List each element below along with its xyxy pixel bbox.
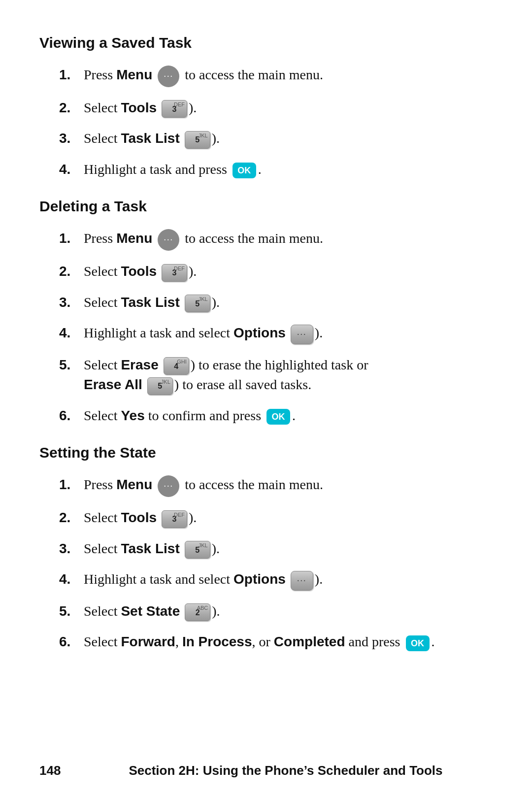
section-setting: Setting the State 1. Press Menu to acces… [39, 444, 493, 652]
bold-options: Options [233, 571, 286, 587]
step-list-viewing: 1. Press Menu to access the main menu. 2… [59, 65, 493, 179]
bold-menu: Menu [116, 231, 152, 246]
key4-icon: 4GHI [164, 357, 189, 375]
step-num: 5. [59, 601, 84, 622]
step-num: 1. [59, 475, 84, 495]
step-text: Select Task List 5JKL ). [84, 539, 493, 559]
bold-menu: Menu [116, 477, 152, 492]
step-setting-4: 4. Highlight a task and select Options )… [59, 569, 493, 591]
step-text: Select Tools 3DEF ). [84, 508, 493, 528]
step-text: Highlight a task and press OK. [84, 160, 493, 180]
step-num: 3. [59, 293, 84, 313]
bold-tasklist: Task List [121, 131, 179, 146]
key-sub: JKL [161, 378, 170, 386]
key5-icon: 5JKL [185, 295, 210, 312]
bold-erase: Erase [121, 357, 158, 372]
footer-page-number: 148 [39, 763, 79, 778]
page-content: Viewing a Saved Task 1. Press Menu to ac… [39, 34, 493, 652]
step-num: 3. [59, 129, 84, 149]
step-list-setting: 1. Press Menu to access the main menu. 2… [59, 475, 493, 652]
bold-inprocess: In Process [182, 634, 252, 649]
step-num: 1. [59, 229, 84, 249]
options-button-icon [291, 571, 313, 591]
section-heading-viewing: Viewing a Saved Task [39, 34, 493, 51]
ok-button-icon: OK [406, 635, 430, 651]
step-setting-1: 1. Press Menu to access the main menu. [59, 475, 493, 497]
bold-tasklist: Task List [121, 295, 179, 310]
key-sub: ABC [197, 604, 208, 612]
bold-erase-all: Erase All [84, 377, 142, 392]
key5b-icon: 5JKL [147, 377, 173, 395]
step-text: Select Erase 4GHI ) to erase the highlig… [84, 355, 493, 395]
bold-tools: Tools [121, 100, 157, 115]
step-num: 3. [59, 539, 84, 559]
bold-menu: Menu [116, 67, 152, 82]
step-num: 5. [59, 355, 84, 375]
step-deleting-2: 2. Select Tools 3DEF ). [59, 262, 493, 282]
bold-setstate: Set State [121, 603, 180, 619]
step-setting-5: 5. Select Set State 2ABC ). [59, 601, 493, 622]
step-num: 4. [59, 569, 84, 590]
step-setting-3: 3. Select Task List 5JKL ). [59, 539, 493, 559]
bold-tasklist: Task List [121, 541, 179, 556]
step-text: Highlight a task and select Options ). [84, 323, 493, 344]
key3-icon: 3DEF [162, 510, 187, 528]
ok-button-icon: OK [266, 409, 290, 425]
key3-icon: 3DEF [162, 264, 187, 282]
key-sub: JKL [199, 296, 208, 303]
step-deleting-3: 3. Select Task List 5JKL ). [59, 293, 493, 313]
bold-forward: Forward [121, 634, 175, 649]
section-heading-setting: Setting the State [39, 444, 493, 461]
step-text: Select Forward, In Process, or Completed… [84, 632, 493, 652]
step-text: Select Tools 3DEF ). [84, 98, 493, 118]
key-sub: DEF [174, 101, 185, 109]
step-num: 1. [59, 65, 84, 85]
step-setting-6: 6. Select Forward, In Process, or Comple… [59, 632, 493, 652]
step-num: 2. [59, 262, 84, 282]
key-sub: DEF [174, 265, 185, 273]
options-button-icon [291, 325, 313, 344]
ok-button-icon: OK [233, 163, 256, 178]
key-sub: DEF [174, 511, 185, 519]
step-text: Press Menu to access the main menu. [84, 229, 493, 251]
step-deleting-6: 6. Select Yes to confirm and press OK. [59, 406, 493, 426]
step-text: Select Set State 2ABC ). [84, 601, 493, 622]
step-num: 6. [59, 632, 84, 652]
section-deleting: Deleting a Task 1. Press Menu to access … [39, 198, 493, 426]
step-viewing-2: 2. Select Tools 3DEF ). [59, 98, 493, 118]
key-sub: JKL [199, 542, 208, 550]
key-sub: GHI [177, 358, 187, 366]
footer-section-title: Section 2H: Using the Phone’s Scheduler … [79, 763, 493, 778]
step-text: Highlight a task and select Options ). [84, 569, 493, 591]
step-setting-2: 2. Select Tools 3DEF ). [59, 508, 493, 528]
menu-button-icon [158, 229, 179, 251]
step-num: 2. [59, 98, 84, 118]
bold-options: Options [233, 325, 286, 340]
step-viewing-1: 1. Press Menu to access the main menu. [59, 65, 493, 87]
step-deleting-4: 4. Highlight a task and select Options )… [59, 323, 493, 344]
step-text: Select Yes to confirm and press OK. [84, 406, 493, 426]
step-viewing-4: 4. Highlight a task and press OK. [59, 160, 493, 180]
step-text: Press Menu to access the main menu. [84, 65, 493, 87]
section-viewing: Viewing a Saved Task 1. Press Menu to ac… [39, 34, 493, 179]
key5-icon: 5JKL [185, 541, 210, 559]
step-text: Select Task List 5JKL ). [84, 129, 493, 149]
bold-yes: Yes [121, 408, 144, 423]
bold-tools: Tools [121, 264, 157, 279]
key-sub: JKL [199, 132, 208, 140]
step-text: Press Menu to access the main menu. [84, 475, 493, 497]
bold-tools: Tools [121, 510, 157, 525]
step-deleting-1: 1. Press Menu to access the main menu. [59, 229, 493, 251]
section-heading-deleting: Deleting a Task [39, 198, 493, 215]
step-text: Select Tools 3DEF ). [84, 262, 493, 282]
menu-button-icon [158, 475, 179, 497]
bold-completed: Completed [274, 634, 345, 649]
footer: 148 Section 2H: Using the Phone’s Schedu… [0, 763, 532, 778]
step-deleting-5: 5. Select Erase 4GHI ) to erase the high… [59, 355, 493, 395]
step-text: Select Task List 5JKL ). [84, 293, 493, 313]
key2-icon: 2ABC [185, 603, 210, 621]
key3-icon: 3DEF [162, 100, 187, 118]
step-list-deleting: 1. Press Menu to access the main menu. 2… [59, 229, 493, 426]
step-num: 4. [59, 160, 84, 180]
step-num: 2. [59, 508, 84, 528]
